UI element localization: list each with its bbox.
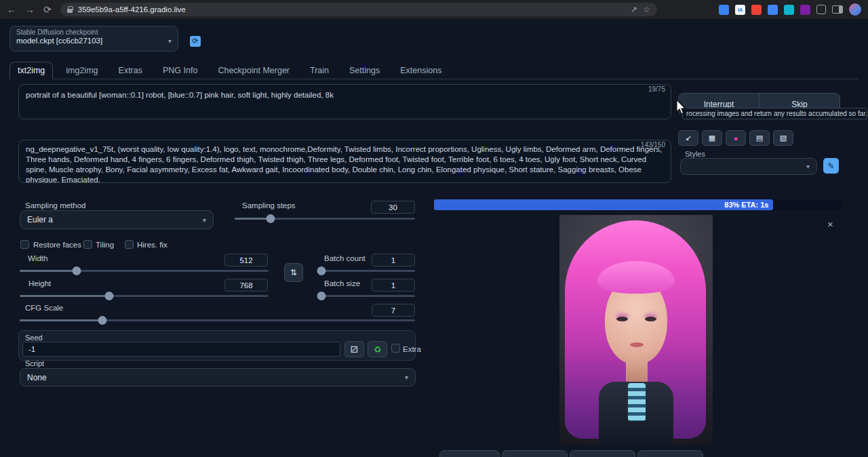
profile-avatar[interactable]	[849, 3, 861, 16]
main-tabs: txt2img img2img Extras PNG Info Checkpoi…	[9, 60, 859, 79]
height-value-input[interactable]: 768	[224, 279, 268, 292]
share-icon[interactable]: ↗	[631, 5, 637, 14]
sampling-steps-slider[interactable]	[235, 214, 415, 223]
styles-label: Styles	[685, 150, 705, 158]
extension-icon[interactable]	[751, 5, 762, 15]
sampling-method-dropdown[interactable]: Euler a ▾	[20, 210, 214, 229]
extension-icon-ia[interactable]: IA	[735, 5, 745, 15]
grid-icon: ▦	[709, 134, 715, 142]
seed-input[interactable]	[22, 342, 340, 357]
tab-img2img[interactable]: img2img	[58, 62, 105, 79]
batch-count-slider[interactable]	[317, 266, 415, 275]
sampling-steps-value-input[interactable]: 30	[371, 201, 415, 214]
sampling-steps-slider-handle[interactable]	[267, 214, 275, 223]
reuse-seed-button[interactable]: ♻	[368, 341, 387, 357]
preview-lips	[630, 342, 644, 347]
width-slider-handle[interactable]	[73, 266, 81, 275]
script-dropdown[interactable]: None ▾	[20, 368, 416, 386]
batch-size-slider-handle[interactable]	[317, 292, 326, 300]
tab-checkpoint-merger[interactable]: Checkpoint Merger	[210, 62, 297, 79]
extensions-puzzle-icon[interactable]	[816, 5, 826, 14]
tab-txt2img[interactable]: txt2img	[9, 62, 53, 79]
send-to-img2img-button[interactable]	[502, 450, 568, 457]
extension-icon[interactable]	[784, 5, 794, 15]
preview-neck	[626, 359, 648, 384]
side-panel-icon[interactable]	[832, 5, 843, 14]
script-label: Script	[25, 359, 44, 367]
cfg-scale-value-input[interactable]: 7	[372, 304, 415, 317]
seed-label: Seed	[25, 334, 43, 342]
palette-icon: ●	[734, 134, 738, 142]
width-slider[interactable]	[20, 266, 269, 275]
batch-size-label: Batch size	[324, 279, 360, 287]
sampling-method-label: Sampling method	[25, 201, 86, 210]
cfg-scale-slider[interactable]	[20, 316, 415, 325]
tab-train[interactable]: Train	[302, 62, 336, 79]
bookmark-star-icon[interactable]: ☆	[643, 5, 650, 14]
paste-params-button[interactable]: ↙	[678, 130, 698, 146]
cfg-scale-slider-handle[interactable]	[98, 316, 107, 325]
browser-chrome: ← → ⟳ 359e5b9a-a5ff-4216.gradio.live ↗ ☆…	[0, 0, 868, 19]
swap-icon: ⇅	[290, 268, 297, 277]
checkpoint-value: model.ckpt [cc6cb27103]	[16, 37, 102, 45]
extension-icon[interactable]	[800, 5, 810, 15]
back-icon[interactable]: ←	[7, 5, 16, 14]
checkpoint-label: Stable Diffusion checkpoint	[16, 28, 172, 36]
tab-settings[interactable]: Settings	[342, 62, 387, 79]
swap-dimensions-button[interactable]: ⇅	[284, 263, 303, 282]
width-label: Width	[28, 254, 47, 262]
url-bar[interactable]: 359e5b9a-a5ff-4216.gradio.live ↗ ☆	[60, 3, 657, 16]
extra-seed-checkbox[interactable]	[391, 344, 400, 353]
extension-icon[interactable]	[719, 5, 729, 15]
reload-icon[interactable]: ⟳	[43, 5, 52, 14]
send-to-extras-button[interactable]	[637, 450, 703, 457]
tab-extras[interactable]: Extras	[111, 62, 150, 79]
prompt-input[interactable]: portrait of a beautiful [woman::0.1] rob…	[18, 84, 671, 119]
dice-icon: ⚂	[351, 344, 358, 355]
chevron-down-icon: ▾	[405, 374, 408, 381]
palette-button[interactable]: ●	[726, 130, 746, 146]
slider-fill	[20, 270, 77, 272]
hires-fix-label: Hires. fix	[137, 241, 167, 249]
hires-fix-checkbox[interactable]	[125, 240, 134, 249]
random-seed-button[interactable]: ⚂	[344, 341, 364, 357]
send-to-inpaint-button[interactable]	[570, 450, 635, 457]
batch-size-value-input[interactable]: 1	[372, 279, 415, 292]
batch-size-slider[interactable]	[317, 292, 415, 300]
tiling-checkbox[interactable]	[83, 240, 92, 249]
apply-style-button[interactable]: ▤	[749, 130, 770, 146]
close-preview-icon[interactable]: ×	[827, 218, 833, 230]
extension-icon[interactable]	[768, 5, 778, 15]
batch-count-slider-handle[interactable]	[317, 266, 326, 275]
preview-eye	[616, 317, 628, 321]
sampling-method-value: Euler a	[27, 215, 53, 224]
height-slider[interactable]	[20, 292, 269, 300]
height-slider-handle[interactable]	[105, 292, 114, 300]
tab-png-info[interactable]: PNG Info	[155, 62, 205, 79]
styles-dropdown[interactable]: ▾	[680, 158, 817, 175]
save-style-button[interactable]: ▧	[773, 130, 793, 146]
create-style-button[interactable]: ✎	[823, 158, 839, 174]
generated-image-preview[interactable]	[559, 215, 713, 444]
chevron-down-icon: ▾	[806, 163, 810, 170]
generation-progress-bar: 83% ETA: 1s	[434, 199, 843, 210]
cfg-scale-label: CFG Scale	[25, 304, 63, 312]
save-button[interactable]	[439, 450, 500, 457]
tiling-label: Tiling	[96, 241, 114, 249]
browser-extensions-area: IA	[719, 3, 861, 16]
restore-faces-checkbox[interactable]	[20, 240, 29, 249]
recycle-icon: ♻	[374, 344, 382, 355]
prompt-tools: ↙ ▦ ● ▤ ▧	[678, 130, 793, 146]
batch-count-value-input[interactable]: 1	[372, 254, 415, 266]
slider-fill	[20, 295, 109, 297]
extra-networks-button[interactable]: ▦	[702, 130, 722, 146]
tab-extensions[interactable]: Extensions	[393, 62, 449, 79]
chevron-down-icon: ▾	[168, 37, 172, 45]
interrupt-tooltip: rocessing images and return any results …	[682, 108, 867, 119]
negative-prompt-input[interactable]: ng_deepnegative_v1_75t, (worst quality, …	[18, 140, 671, 183]
refresh-checkpoints-button[interactable]: ⟳	[190, 36, 201, 47]
forward-icon[interactable]: →	[25, 5, 35, 14]
checkpoint-dropdown[interactable]: Stable Diffusion checkpoint model.ckpt […	[9, 26, 178, 52]
width-value-input[interactable]: 512	[224, 254, 268, 266]
screen: ← → ⟳ 359e5b9a-a5ff-4216.gradio.live ↗ ☆…	[0, 0, 868, 457]
